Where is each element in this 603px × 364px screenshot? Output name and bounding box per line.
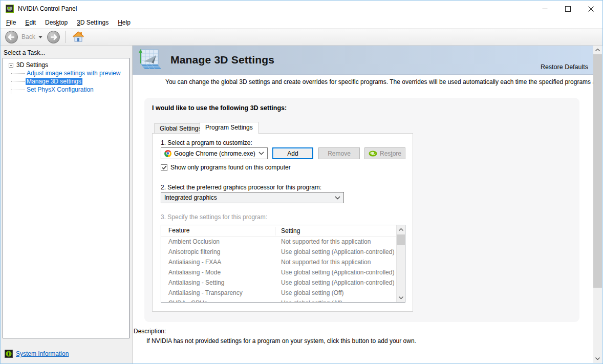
menu-edit[interactable]: Edit <box>20 18 40 27</box>
menu-bar: File Edit Desktop 3D Settings Help <box>1 17 602 28</box>
forward-arrow-icon <box>50 34 57 40</box>
table-header: Feature Setting <box>161 225 396 237</box>
table-scrollbar[interactable] <box>396 225 405 302</box>
column-header-feature[interactable]: Feature <box>168 227 189 234</box>
step3-label: 3. Specify the settings for this program… <box>161 213 267 221</box>
settings-panel: I would like to use the following 3D set… <box>144 98 579 322</box>
page-description: You can change the global 3D settings an… <box>165 78 593 85</box>
system-information-icon <box>5 350 13 358</box>
show-only-programs-checkbox-row[interactable]: Show only programs found on this compute… <box>161 164 291 171</box>
tab-global-settings[interactable]: Global Settings <box>154 123 207 134</box>
tree-collapse-icon[interactable] <box>9 63 13 68</box>
chevron-down-icon <box>335 196 340 200</box>
page-title: Manage 3D Settings <box>170 54 274 66</box>
close-button[interactable] <box>579 1 602 17</box>
navigation-toolbar: Back <box>1 28 602 46</box>
chevron-down-icon <box>259 152 264 155</box>
back-arrow-icon <box>8 34 15 40</box>
table-row: Antialiasing - SettingUse global setting… <box>161 277 396 288</box>
back-label: Back <box>21 33 35 40</box>
show-only-programs-label: Show only programs found on this compute… <box>170 164 291 171</box>
restore-defaults-button[interactable]: Restore Defaults <box>541 63 588 71</box>
task-sidebar: Select a Task... 3D Settings Adjust imag… <box>1 46 133 363</box>
tree-item: Manage 3D settings <box>11 77 127 85</box>
table-row: CUDA - GPUsUse global setting (All) <box>161 298 396 302</box>
title-bar: NVIDIA Control Panel <box>1 1 602 17</box>
toolbar-separator <box>65 31 66 43</box>
step2-label: 2. Select the preferred graphics process… <box>161 184 321 191</box>
restore-button[interactable]: Restore <box>364 147 405 159</box>
close-icon <box>588 6 594 12</box>
table-row: Antialiasing - TransparencyUse global se… <box>161 288 396 298</box>
description-label: Description: <box>134 328 166 335</box>
menu-help[interactable]: Help <box>113 18 135 27</box>
home-icon[interactable] <box>72 31 85 43</box>
table-body: Ambient OcclusionNot supported for this … <box>161 237 396 302</box>
back-history-dropdown-icon[interactable] <box>38 36 42 38</box>
back-button[interactable] <box>5 31 18 44</box>
window-title: NVIDIA Control Panel <box>18 5 77 12</box>
minimize-button[interactable] <box>533 1 556 17</box>
tree-item: Adjust image settings with preview <box>11 69 127 77</box>
step1-label: 1. Select a program to customize: <box>161 139 252 146</box>
main-scrollbar[interactable] <box>593 46 602 363</box>
table-row: Anisotropic filteringUse global setting … <box>161 247 396 257</box>
gpu-select-value: Integrated graphics <box>164 194 217 201</box>
main-content: Manage 3D Settings Restore Defaults You … <box>133 46 593 363</box>
menu-file[interactable]: File <box>2 18 20 27</box>
tree-item: Set PhysX Configuration <box>11 85 127 94</box>
tree-root-3d-settings[interactable]: 3D Settings <box>16 61 48 69</box>
feature-settings-table: Feature Setting Ambient OcclusionNot sup… <box>161 225 405 303</box>
chrome-icon <box>164 150 171 157</box>
system-information-link[interactable]: System Information <box>16 350 69 357</box>
scroll-down-icon[interactable] <box>397 293 405 302</box>
scroll-up-icon[interactable] <box>593 46 602 54</box>
nvidia-control-panel-window: NVIDIA Control Panel File Edit Desktop 3… <box>0 0 603 364</box>
forward-button[interactable] <box>47 31 60 44</box>
minimize-icon <box>542 6 548 12</box>
scroll-down-icon[interactable] <box>593 354 602 363</box>
page-header-banner: Manage 3D Settings Restore Defaults <box>133 46 593 75</box>
program-settings-tab-panel: 1. Select a program to customize: Google… <box>152 133 413 312</box>
description-text: If NVIDIA has not provided settings for … <box>146 337 416 345</box>
table-row: Ambient OcclusionNot supported for this … <box>161 237 396 247</box>
scrollbar-thumb[interactable] <box>593 54 602 288</box>
gpu-select-dropdown[interactable]: Integrated graphics <box>161 192 344 203</box>
select-task-heading: Select a Task... <box>4 49 45 56</box>
table-row: Antialiasing - ModeUse global setting (A… <box>161 267 396 277</box>
menu-3d-settings[interactable]: 3D Settings <box>72 18 113 27</box>
checkbox-checked-icon[interactable] <box>161 164 167 171</box>
scroll-up-icon[interactable] <box>397 225 405 234</box>
remove-button[interactable]: Remove <box>318 147 360 159</box>
maximize-button[interactable] <box>556 1 579 17</box>
task-set-physx-configuration[interactable]: Set PhysX Configuration <box>26 86 95 93</box>
program-select-dropdown[interactable]: Google Chrome (chrome.exe) <box>161 147 268 159</box>
table-row: Antialiasing - FXAANot supported for thi… <box>161 257 396 267</box>
tab-program-settings[interactable]: Program Settings <box>200 122 259 134</box>
menu-desktop[interactable]: Desktop <box>40 18 72 27</box>
nvidia-eye-icon <box>369 151 377 157</box>
task-tree-box: 3D Settings Adjust image settings with p… <box>3 58 130 338</box>
nvidia-app-icon <box>6 5 14 13</box>
program-select-value: Google Chrome (chrome.exe) <box>174 150 255 157</box>
column-header-setting[interactable]: Setting <box>275 227 300 235</box>
task-manage-3d-settings[interactable]: Manage 3D settings <box>26 78 82 85</box>
add-button[interactable]: Add <box>272 147 313 159</box>
manage-3d-settings-icon <box>138 49 161 72</box>
task-adjust-image-settings[interactable]: Adjust image settings with preview <box>26 70 121 77</box>
maximize-icon <box>565 6 571 12</box>
scrollbar-thumb[interactable] <box>397 234 405 245</box>
settings-intro-label: I would like to use the following 3D set… <box>152 104 287 112</box>
